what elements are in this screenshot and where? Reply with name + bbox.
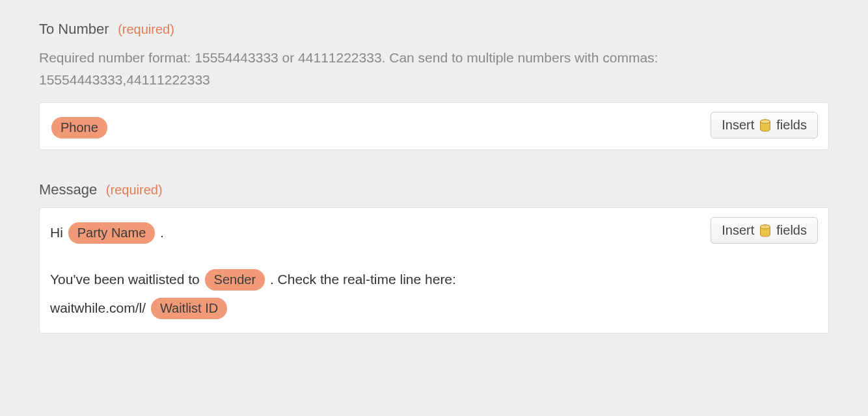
- to-number-input[interactable]: Phone Insert fields: [39, 102, 829, 150]
- insert-suffix: fields: [776, 223, 807, 238]
- svg-point-1: [761, 120, 770, 124]
- insert-fields-button[interactable]: Insert fields: [711, 217, 818, 244]
- message-label-row: Message (required): [39, 181, 829, 198]
- phone-pill[interactable]: Phone: [51, 117, 107, 138]
- sender-pill[interactable]: Sender: [205, 269, 265, 291]
- required-tag: (required): [118, 22, 174, 36]
- message-input[interactable]: Hi Party Name . You've been waitlisted t…: [39, 207, 829, 333]
- waitlist-id-pill[interactable]: Waitlist ID: [151, 298, 227, 319]
- message-line-3: waitwhile.com/l/ Waitlist ID: [50, 295, 703, 321]
- message-field: Message (required) Hi Party Name . You'v…: [39, 181, 829, 333]
- message-label: Message: [39, 181, 97, 198]
- to-number-label-row: To Number (required): [39, 21, 829, 38]
- insert-prefix: Insert: [722, 118, 754, 133]
- text-segment: waitwhile.com/l/: [50, 300, 150, 315]
- database-icon: [759, 119, 771, 132]
- required-tag: (required): [106, 183, 163, 197]
- message-line-1: Hi Party Name .: [50, 220, 703, 246]
- text-segment: You've been waitlisted to: [50, 272, 204, 287]
- party-name-pill[interactable]: Party Name: [68, 222, 156, 244]
- insert-prefix: Insert: [722, 223, 754, 238]
- text-segment: Hi: [50, 225, 67, 240]
- to-number-label: To Number: [39, 21, 109, 37]
- text-segment: . Check the real-time line here:: [270, 272, 456, 287]
- blank-line: [50, 248, 703, 264]
- to-number-help: Required number format: 15554443333 or 4…: [39, 47, 829, 90]
- svg-point-3: [761, 225, 770, 229]
- message-line-2: You've been waitlisted to Sender . Check…: [50, 266, 703, 292]
- message-content: Hi Party Name . You've been waitlisted t…: [50, 217, 703, 324]
- to-number-field: To Number (required) Required number for…: [39, 21, 829, 150]
- text-segment: .: [160, 225, 164, 240]
- insert-suffix: fields: [776, 118, 807, 133]
- database-icon: [759, 224, 771, 237]
- insert-fields-button[interactable]: Insert fields: [711, 112, 818, 138]
- to-number-content: Phone: [50, 112, 703, 140]
